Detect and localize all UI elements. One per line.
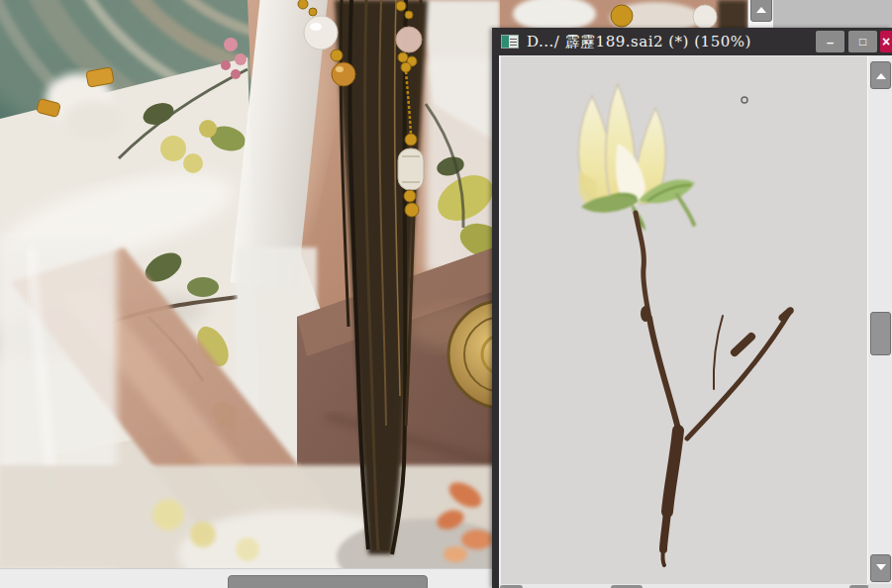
window-titlebar[interactable]: D.../ 霹靂189.sai2 (*) (150%) – □ × <box>492 28 892 55</box>
magnolia-flower-drawing <box>501 56 870 585</box>
maximize-button[interactable]: □ <box>848 31 877 52</box>
scroll-up-icon <box>756 7 766 13</box>
minimize-icon: – <box>827 36 834 49</box>
flower-petals <box>578 84 665 207</box>
canvas-scroll-down-button[interactable] <box>870 554 891 582</box>
painting-canvas[interactable] <box>499 55 870 585</box>
left-scroll-up-button[interactable] <box>750 0 772 22</box>
window-title: D.../ 霹靂189.sai2 (*) (150%) <box>527 33 751 51</box>
canvas-vertical-scroll-thumb[interactable] <box>870 312 891 355</box>
canvas-scroll-up-button[interactable] <box>870 61 891 89</box>
minimize-button[interactable]: – <box>816 31 844 52</box>
canvas-vertical-scrollbar[interactable] <box>867 55 892 584</box>
sai-canvas-icon <box>501 35 519 49</box>
sai2-application: D.../ 霹靂189.sai2 (*) (150%) – □ × <box>0 0 892 588</box>
branch-stem <box>636 213 791 565</box>
scrollbar-corner <box>868 584 892 588</box>
icon-lines <box>510 37 517 47</box>
close-button[interactable]: × <box>880 31 892 52</box>
sai-document-window: D.../ 霹靂189.sai2 (*) (150%) – □ × <box>492 28 892 588</box>
scroll-down-icon <box>876 564 886 570</box>
brush-cursor-dot <box>742 97 747 103</box>
canvas-horizontal-scrollbar[interactable] <box>499 584 870 588</box>
close-icon: × <box>882 35 890 49</box>
left-horizontal-scroll-thumb[interactable] <box>228 575 428 588</box>
icon-thumbnail <box>502 36 509 48</box>
scroll-up-icon <box>876 73 886 79</box>
bottom-fabrics <box>0 465 515 568</box>
maximize-icon: □ <box>859 36 866 48</box>
